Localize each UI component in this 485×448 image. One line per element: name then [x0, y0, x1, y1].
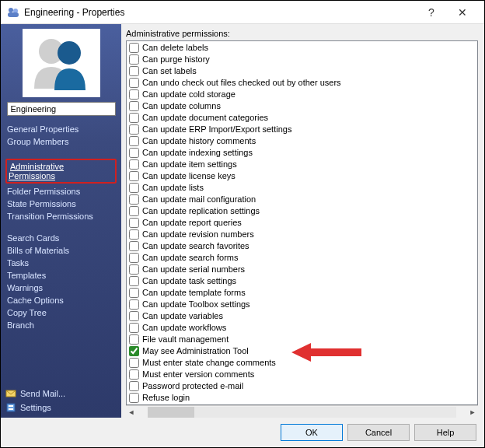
permission-checkbox[interactable]: [129, 241, 139, 251]
permission-checkbox[interactable]: [129, 89, 139, 100]
permission-checkbox[interactable]: [129, 136, 139, 146]
nav-state-permissions[interactable]: State Permissions: [5, 198, 117, 209]
permission-checkbox[interactable]: [129, 66, 139, 76]
permission-checkbox[interactable]: [129, 54, 139, 65]
permissions-list[interactable]: Can delete labelsCan purge historyCan se…: [126, 40, 478, 405]
permission-checkbox[interactable]: [129, 334, 139, 345]
permission-row[interactable]: Can update search forms: [128, 252, 476, 264]
ok-button[interactable]: OK: [281, 424, 343, 441]
svg-point-0: [9, 8, 13, 12]
cancel-button[interactable]: Cancel: [347, 424, 410, 441]
permission-row[interactable]: Can update revision numbers: [128, 229, 476, 240]
permission-label: Can update license keys: [142, 170, 236, 182]
permission-checkbox[interactable]: [129, 264, 139, 275]
window-title: Engineering - Properties: [24, 7, 124, 18]
permission-row[interactable]: Can update license keys: [128, 170, 476, 182]
permission-label: Can update columns: [142, 100, 221, 112]
nav-warnings[interactable]: Warnings: [5, 282, 117, 293]
permission-checkbox[interactable]: [129, 101, 139, 111]
permission-checkbox[interactable]: [129, 253, 139, 263]
permission-row[interactable]: May see Administration Tool: [128, 345, 476, 357]
permission-row[interactable]: Can update ERP Import/Export settings: [128, 124, 476, 135]
permission-row[interactable]: Can update indexing settings: [128, 147, 476, 159]
permission-row[interactable]: Password protected e-mail: [128, 380, 476, 392]
permission-row[interactable]: Can update columns: [128, 100, 476, 112]
help-button-footer[interactable]: Help: [414, 424, 476, 441]
permission-row[interactable]: Can update workflows: [128, 322, 476, 334]
send-mail-label: Send Mail...: [20, 389, 65, 398]
send-mail-link[interactable]: Send Mail...: [5, 387, 117, 401]
permission-checkbox[interactable]: [129, 346, 139, 356]
permission-label: Password protected e-mail: [142, 380, 243, 392]
settings-link[interactable]: Settings: [5, 401, 117, 415]
permission-row[interactable]: Can update variables: [128, 310, 476, 322]
permission-checkbox[interactable]: [129, 113, 139, 123]
horizontal-scrollbar[interactable]: ◄ ►: [126, 405, 478, 418]
permission-label: Can update mail configuration: [142, 194, 256, 205]
nav-templates[interactable]: Templates: [5, 270, 117, 281]
permission-checkbox[interactable]: [129, 159, 139, 170]
permission-row[interactable]: Can update search favorites: [128, 240, 476, 252]
permission-row[interactable]: Can update document categories: [128, 112, 476, 124]
permission-row[interactable]: Can set labels: [128, 65, 476, 77]
permission-checkbox[interactable]: [129, 299, 139, 310]
scroll-left-icon[interactable]: ◄: [126, 407, 137, 418]
permission-checkbox[interactable]: [129, 171, 139, 181]
permission-checkbox[interactable]: [129, 194, 139, 205]
permission-row[interactable]: Can update report queries: [128, 217, 476, 229]
permission-checkbox[interactable]: [129, 124, 139, 135]
permission-row[interactable]: Must enter version comments: [128, 369, 476, 380]
group-name-input[interactable]: [7, 102, 116, 116]
permission-row[interactable]: Can update lists: [128, 182, 476, 194]
permission-checkbox[interactable]: [129, 288, 139, 298]
permission-checkbox[interactable]: [129, 276, 139, 286]
permission-checkbox[interactable]: [129, 218, 139, 228]
nav-general-properties[interactable]: General Properties: [5, 124, 117, 135]
permission-row[interactable]: Can update cold storage: [128, 89, 476, 100]
close-button[interactable]: ✕: [447, 2, 478, 23]
nav-search-cards[interactable]: Search Cards: [5, 233, 117, 243]
permission-checkbox[interactable]: [129, 148, 139, 158]
permission-checkbox[interactable]: [129, 323, 139, 333]
nav-administrative-permissions[interactable]: Administrative Permissions: [9, 161, 64, 181]
help-button[interactable]: ?: [416, 2, 447, 23]
sidebar: General Properties Group Members Adminis…: [1, 24, 121, 418]
nav-group-members[interactable]: Group Members: [5, 136, 117, 147]
nav-bills-of-materials[interactable]: Bills of Materials: [5, 245, 117, 256]
permission-row[interactable]: Refuse login: [128, 392, 476, 404]
scroll-right-icon[interactable]: ►: [467, 407, 478, 418]
permission-checkbox[interactable]: [129, 358, 139, 368]
permission-row[interactable]: Can update history comments: [128, 135, 476, 147]
permission-checkbox[interactable]: [129, 43, 139, 53]
permission-row[interactable]: Can update serial numbers: [128, 264, 476, 275]
nav-cache-options[interactable]: Cache Options: [5, 295, 117, 306]
permission-checkbox[interactable]: [129, 393, 139, 403]
permission-row[interactable]: Can update item settings: [128, 159, 476, 170]
permission-label: Can undo check out files checked out by …: [142, 77, 341, 89]
nav-copy-tree[interactable]: Copy Tree: [5, 307, 117, 318]
permission-checkbox[interactable]: [129, 369, 139, 380]
permission-row[interactable]: Can delete labels: [128, 42, 476, 54]
permission-row[interactable]: Can update Toolbox settings: [128, 299, 476, 310]
permission-label: Can update variables: [142, 310, 223, 322]
permission-checkbox[interactable]: [129, 183, 139, 193]
permission-row[interactable]: Can update replication settings: [128, 205, 476, 217]
mail-icon: [5, 388, 16, 399]
permission-row[interactable]: Can purge history: [128, 54, 476, 65]
permission-checkbox[interactable]: [129, 206, 139, 216]
permission-checkbox[interactable]: [129, 78, 139, 88]
permission-label: Can update task settings: [142, 275, 236, 287]
nav-transition-permissions[interactable]: Transition Permissions: [5, 211, 117, 222]
nav-folder-permissions[interactable]: Folder Permissions: [5, 186, 117, 197]
permission-label: Can update history comments: [142, 135, 256, 147]
permission-row[interactable]: Can update mail configuration: [128, 194, 476, 205]
permission-row[interactable]: Can undo check out files checked out by …: [128, 77, 476, 89]
permission-checkbox[interactable]: [129, 381, 139, 391]
permission-checkbox[interactable]: [129, 311, 139, 321]
nav-branch[interactable]: Branch: [5, 320, 117, 331]
permission-label: Can update item settings: [142, 159, 237, 170]
nav-tasks[interactable]: Tasks: [5, 257, 117, 268]
permission-checkbox[interactable]: [129, 229, 139, 240]
permission-row[interactable]: Can update template forms: [128, 287, 476, 299]
permission-row[interactable]: Can update task settings: [128, 275, 476, 287]
